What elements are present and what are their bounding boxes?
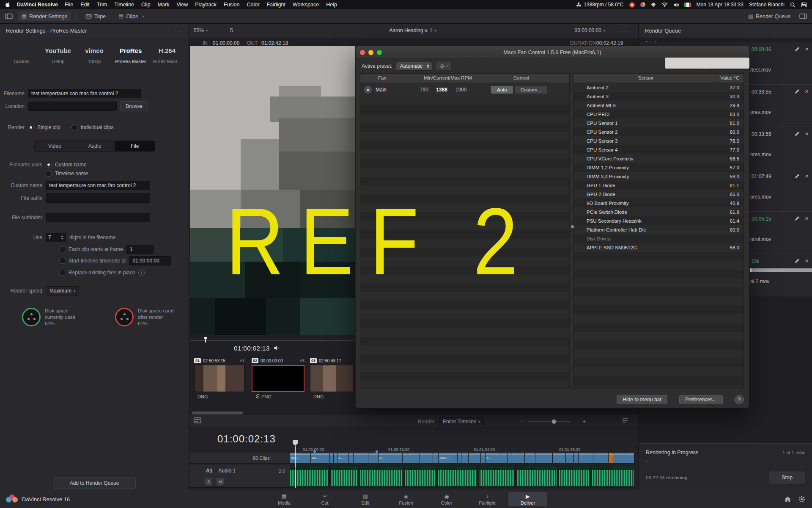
page-tab[interactable]: ♪ Fairlight [468,492,507,506]
timeline-name-option[interactable]: Timeline name [55,171,88,177]
sensor-row[interactable]: GPU 2 Diode 85.0 [573,190,743,199]
preset-gear-button[interactable]: ▾ [436,62,452,71]
sensor-row[interactable]: I/O Board Proximity 40.9 [573,199,743,207]
fan-row[interactable]: Main 790 — 1388 — 1900 Auto Custom... [360,83,569,97]
hide-to-menu-bar-button[interactable]: Hide to menu bar [617,395,667,404]
menu-item[interactable]: Edit [80,2,90,8]
menu-item[interactable]: Workspace [293,2,319,8]
page-tab[interactable]: ▦ Media [265,492,304,506]
timeline-video-clip[interactable] [481,453,485,463]
macs-fan-control-window[interactable]: Macs Fan Control 1.5.6 Free (MacPro6,1) … [355,46,749,408]
timeline-video-clip[interactable] [403,453,407,463]
sensor-row[interactable]: Ambient 3 30.3 [573,92,743,101]
wifi-icon[interactable] [661,2,668,7]
panel-toggle-icon[interactable] [5,14,13,19]
timeline-audio-clip[interactable]: AARON H... [559,466,590,487]
timeline-audio-clip[interactable]: AARON H... [331,466,358,487]
start-timecode-input[interactable] [129,256,171,265]
solo-button[interactable]: S [205,478,212,485]
settings-gear-icon[interactable] [798,496,805,502]
sensor-row[interactable]: Platform Controller Hub Die 60.0 [573,225,743,234]
timeline-video-clip[interactable]: A... [337,453,348,463]
record-status-icon[interactable] [629,2,635,8]
sensor-row[interactable]: CPU Sensor 2 80.0 [573,127,743,136]
timeline-video-clip[interactable] [420,453,433,463]
pinwheel-app-icon[interactable] [640,2,645,7]
clip-thumbnail[interactable] [252,365,304,392]
filmstrip-clip-selected[interactable]: 02 00:00:00:00 V5 PNG [252,357,304,400]
clip-thumbnail[interactable] [310,365,353,392]
timeline-video-clip[interactable] [407,453,416,463]
minimize-window-icon[interactable] [368,50,373,55]
start-timecode-checkbox[interactable] [59,258,65,264]
page-tab[interactable]: ▶ Deliver [508,492,547,506]
timeline-audio-clip[interactable]: AARON HEA... [480,466,514,487]
close-window-icon[interactable] [360,50,365,55]
right-panel-toggle-icon[interactable] [799,14,807,19]
settings-tab[interactable]: File [115,141,155,151]
file-suffix-input[interactable] [46,193,150,203]
settings-tab[interactable]: Video [35,141,75,151]
timeline-video-clip[interactable]: A(0... [290,453,303,463]
timeline-video-clip[interactable] [354,453,368,463]
zoom-window-icon[interactable] [377,50,382,55]
render-queue-toggle-button[interactable]: ▥ Render Queue [744,11,794,21]
timeline-video-clip[interactable] [416,453,420,463]
timeline-options-icon[interactable] [194,417,201,423]
timeline-audio-clip[interactable]: AARON HEA... [592,466,634,487]
timeline-video-clip[interactable] [501,453,507,463]
render-speed-dropdown[interactable]: Maximum [46,286,79,295]
render-preset[interactable]: YouTube 1080p [40,44,76,64]
tape-button[interactable]: Tape [82,12,110,21]
timeline-video-clip[interactable]: AA... [311,453,329,463]
menu-item[interactable]: Trim [97,2,107,8]
menubar-clock[interactable]: Mon 13 Apr 18:33:33 [697,2,743,8]
menubar-username[interactable]: Stefano Bianchi [749,2,785,8]
timeline-video-clip[interactable] [458,453,461,463]
delete-job-icon[interactable] [805,88,809,95]
delete-job-icon[interactable] [805,46,809,52]
browse-button[interactable]: Browse [120,101,148,111]
menu-item[interactable]: Help [326,2,337,8]
individual-clips-radio[interactable] [71,124,77,130]
edit-job-icon[interactable] [795,47,800,52]
timeline-video-clip[interactable] [553,453,565,463]
menu-item[interactable]: Color [247,2,260,8]
spotlight-search-icon[interactable] [790,2,796,8]
menu-item[interactable]: View [176,2,188,8]
mute-button[interactable]: M [217,478,224,485]
timeline-video-clip[interactable] [593,453,597,463]
edit-job-icon[interactable] [795,174,800,179]
timeline-playhead-handle[interactable] [293,440,298,446]
splitter-handle[interactable] [571,225,574,228]
timeline-audio-clip[interactable]: AARON HEA... [290,466,328,487]
single-clip-option[interactable]: Single clip [37,124,60,130]
custom-name-option[interactable]: Custom name [55,162,87,168]
help-button[interactable]: ? [735,395,744,404]
timeline-video-clip[interactable] [566,453,573,463]
timeline-video-clip[interactable] [508,453,511,463]
delete-job-icon[interactable] [805,130,809,137]
timeline-view-icon[interactable] [622,417,628,423]
edit-job-icon[interactable] [795,89,800,94]
digits-stepper[interactable]: 7 [46,233,66,242]
panel-options-icon[interactable]: ··· [175,28,183,34]
file-subfolder-input[interactable] [46,213,150,222]
sensor-row[interactable]: CPU Sensor 1 81.0 [573,119,743,127]
location-input[interactable] [28,102,117,111]
sensor-row[interactable]: Ambient 2 37.0 [573,83,743,92]
timeline-video-clip[interactable] [627,453,634,463]
timeline-video-clip[interactable] [469,453,480,463]
timeline-video-clip[interactable] [303,453,306,463]
timeline-ruler[interactable]: 01:00:00:0001:00:32:0001:01:04:0001:01:3… [290,446,635,453]
page-tab[interactable]: ✂ Cut [305,492,344,506]
menu-item[interactable]: Playback [195,2,217,8]
edit-job-icon[interactable] [795,258,800,263]
sensor-row[interactable]: PSU Secondary Heatsink 61.4 [573,216,743,225]
replace-files-checkbox[interactable] [59,270,65,276]
page-tab[interactable]: ◉ Color [427,492,466,506]
zoom-out-icon[interactable]: − [521,419,524,425]
home-icon[interactable] [785,497,791,502]
timeline-audio-clip[interactable]: AARON HEA... [438,466,477,487]
timeline-video-clip[interactable] [535,453,552,463]
